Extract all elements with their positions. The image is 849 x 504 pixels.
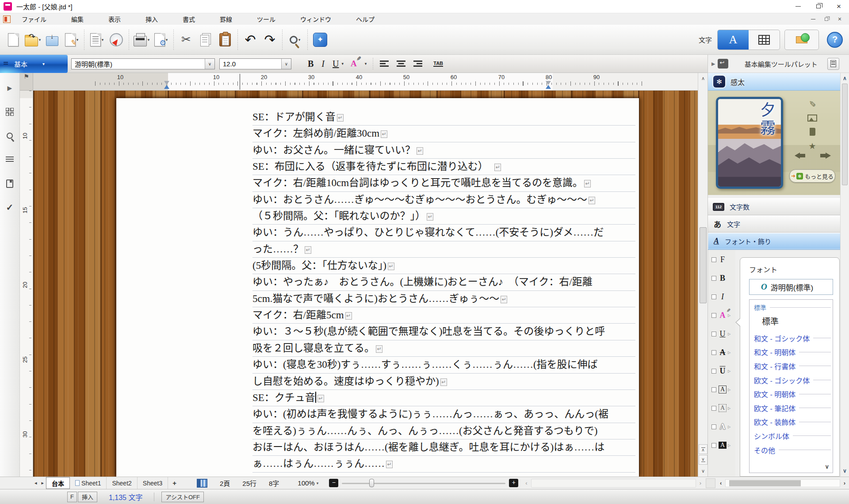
decoration-button[interactable]: A ▷ [708, 399, 735, 417]
decoration-button[interactable]: I ▷ [708, 287, 735, 306]
menu-item[interactable]: ツール [250, 13, 282, 25]
document-line[interactable]: SE：ドアが開く音↵ [252, 109, 635, 126]
menu-item[interactable]: 挿入 [139, 13, 164, 25]
decoration-button[interactable]: U ▷ [708, 362, 735, 380]
underline-dropdown-icon[interactable]: ▾ [341, 61, 344, 66]
doc-close-button[interactable]: × [833, 14, 846, 24]
document-line[interactable]: ↵ [252, 473, 635, 477]
document-line[interactable]: マイク：右/距離5cm↵ [252, 307, 635, 324]
font-dropdown-icon[interactable]: ∨ [205, 59, 214, 69]
restore-button[interactable] [808, 0, 829, 13]
font-panel-select[interactable]: O 游明朝(標準) [749, 279, 833, 295]
decoration-button[interactable]: A ▷ [708, 417, 735, 436]
underline-button[interactable]: U [333, 59, 339, 69]
outline-panel-button[interactable] [2, 151, 17, 168]
open-button[interactable]: ↷▾ [23, 29, 42, 50]
expand-arrow-icon[interactable]: ▷ [728, 313, 730, 317]
menu-item[interactable]: ヘルプ [349, 13, 381, 25]
font-category-item[interactable]: 欧文 - 筆記体 [750, 401, 833, 415]
tab-scroll-left[interactable]: ◂ [34, 480, 37, 486]
document-line[interactable]: 吸を２回し寝息を立てる。↵ [252, 340, 635, 357]
kanta-section-header[interactable]: ✻ 感太 [708, 73, 841, 91]
font-category-list[interactable]: 標準 標準 和文 - ゴシック体 和文 - 明朝体 和文 - 行書体 欧文 - … [749, 299, 833, 473]
align-right-button[interactable] [413, 60, 422, 67]
check-panel-button[interactable]: ✓ [2, 199, 17, 216]
pencil-icon[interactable]: ✎ [807, 100, 817, 107]
block-palette-button[interactable] [2, 103, 17, 121]
sheet-tab-3[interactable]: Sheet3 [138, 477, 168, 489]
save-as-button[interactable]: ✎▾ [62, 29, 81, 50]
search-panel-button[interactable] [2, 127, 17, 145]
doc-minimize-button[interactable] [807, 14, 820, 24]
font-name-select[interactable]: 游明朝(標準) ∨ [71, 58, 215, 69]
font-mode-button[interactable]: F [67, 492, 77, 502]
font-category-item[interactable]: 和文 - 行書体 [750, 359, 833, 373]
menu-item[interactable]: 罫線 [213, 13, 239, 25]
zoom-in-button[interactable]: + [509, 479, 518, 487]
expand-arrow-icon[interactable]: ▷ [728, 351, 730, 355]
sheet-tab-1[interactable]: Sheet1 [70, 477, 107, 489]
horizontal-scrollbar[interactable] [531, 479, 696, 488]
print-settings-button[interactable]: ⚙▾ [151, 29, 171, 50]
palette-scrollbar[interactable]: ∧ ∨ [840, 73, 849, 477]
font-category-item[interactable]: 欧文 - ゴシック体 [750, 373, 833, 387]
font-category-item[interactable]: その他 [750, 443, 833, 457]
document-line[interactable]: （５秒間隔。父：「眠れないのか？」）↵ [252, 208, 635, 225]
preview-dropdown[interactable]: ▾ [102, 38, 104, 42]
document-line[interactable]: SE：クチュ音↵ [252, 390, 635, 406]
scroll-down-button[interactable]: ∨ [698, 466, 708, 475]
palette-hscroll-track[interactable] [725, 479, 840, 487]
navigation-button[interactable] [107, 29, 126, 50]
document-line[interactable]: (5秒間隔。父：「仕方ないな」)↵ [252, 258, 635, 274]
palette-horizontal-scrollbar[interactable]: ‹ › [716, 479, 849, 487]
print-dropdown[interactable]: ▾ [148, 38, 150, 42]
objects-mode-button[interactable] [784, 30, 819, 50]
document-line[interactable]: おほーはん、おほうはん……(裾を離し息継ぎ。吐息を耳にかける)はぁ……は↵ [252, 439, 635, 456]
book-icon[interactable] [810, 128, 815, 136]
tab-scroll-right[interactable]: ▸ [42, 480, 44, 486]
scrollbar-thumb[interactable] [700, 227, 707, 303]
ruler-corner[interactable]: ⚑ [20, 73, 33, 91]
document-line[interactable]: ゆい：うん……やっぱり、ひとりじゃ寝れなくて……(不安そうに)ダメ……だ↵ [252, 225, 635, 241]
font-size-select[interactable]: 12.0 ∨ [219, 58, 291, 69]
help-button[interactable]: ? [827, 32, 843, 48]
zoom-out-button[interactable]: − [329, 479, 338, 487]
print-button[interactable]: ▾ [132, 29, 151, 50]
document-line[interactable]: 5cm.猫なで声で囁くように)おとうさん……ぎゅぅ～～↵ [252, 291, 635, 307]
page-indicator[interactable]: 2頁 [220, 478, 230, 488]
table-mode-button[interactable] [749, 30, 780, 50]
section-char-count[interactable]: 112 文字数 [708, 198, 841, 215]
document-text[interactable]: SE：ドアが開く音↵マイク：左斜め前/距離30cm↵ゆい：お父さん。一緒に寝てい… [252, 109, 635, 477]
align-left-button[interactable] [380, 60, 389, 67]
decoration-button[interactable]: A ▷ [708, 380, 735, 399]
checkbox[interactable] [711, 443, 716, 448]
copy-button[interactable] [196, 29, 215, 50]
section-font-decoration[interactable]: A フォント・飾り [708, 233, 841, 250]
palette-hscroll-thumb[interactable] [729, 480, 801, 486]
assist-toggle-button[interactable]: アシストOFF [161, 492, 203, 502]
column-indicator[interactable]: 8字 [269, 478, 279, 488]
document-line[interactable]: ゆい：(初めは声を我慢するように)ぅぅ……んっ……ぁっ、あっっ、んんっ(裾↵ [252, 406, 635, 423]
menu-item[interactable]: 編集 [65, 13, 90, 25]
char-color-button[interactable]: A [351, 59, 357, 69]
document-line[interactable]: ぁ……はぅん……ぅぅん……↵ [252, 456, 635, 472]
checkbox[interactable] [711, 350, 716, 355]
document-page[interactable]: SE：ドアが開く音↵マイク：左斜め前/距離30cm↵ゆい：お父さん。一緒に寝てい… [116, 98, 639, 477]
star-icon[interactable]: ★ [808, 141, 816, 151]
palette-scroll-down[interactable]: ∨ [841, 466, 849, 475]
document-line[interactable]: マイク：左斜め前/距離30cm↵ [252, 126, 635, 142]
expand-panel-button[interactable]: ▶ [2, 79, 17, 97]
expand-arrow-icon[interactable]: ▷ [728, 388, 730, 392]
tab-button[interactable]: TAB [433, 61, 443, 67]
page-layout-icon[interactable] [197, 479, 207, 488]
open-dropdown[interactable]: ▾ [39, 38, 41, 42]
cut-button[interactable]: ✂ [176, 29, 196, 50]
font-category-item[interactable]: 和文 - ゴシック体 [750, 331, 833, 345]
picture-icon[interactable] [807, 115, 817, 122]
insert-mode-button[interactable]: 挿入 [78, 492, 97, 502]
text-mode-button[interactable]: A [718, 30, 749, 50]
document-line[interactable]: ゆい：お父さん。一緒に寝ていい？↵ [252, 142, 635, 159]
document-line[interactable]: を咥える)ぅぅん……んぅ、んっ、んぅっ……(お父さんと発音するつもりで)↵ [252, 423, 635, 439]
expand-arrow-icon[interactable]: ▷ [728, 369, 730, 373]
font-category-item[interactable]: 和文 - 明朝体 [750, 345, 833, 359]
